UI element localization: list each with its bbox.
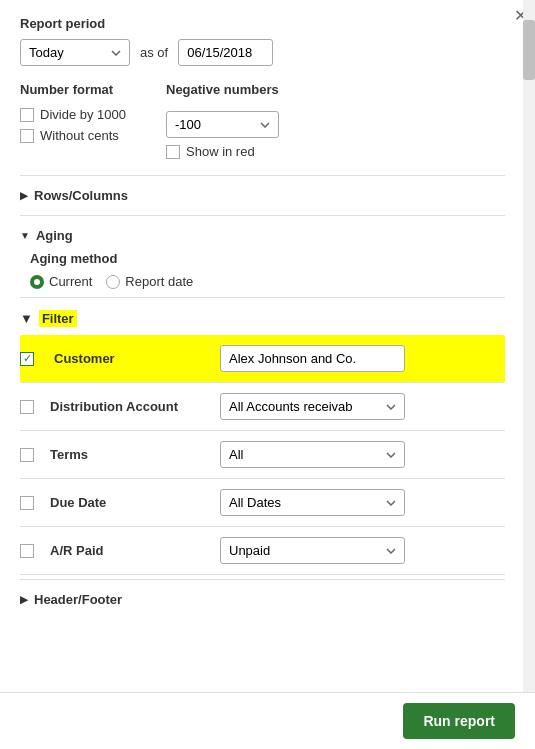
aging-label: Aging <box>36 228 73 243</box>
header-footer-header[interactable]: ▶ Header/Footer <box>20 584 505 615</box>
ar-paid-select[interactable]: Unpaid Paid All <box>220 537 405 564</box>
as-of-date-input[interactable] <box>178 39 273 66</box>
header-footer-arrow: ▶ <box>20 594 28 605</box>
current-radio[interactable] <box>30 275 44 289</box>
rows-columns-header[interactable]: ▶ Rows/Columns <box>20 180 505 211</box>
filter-label: Filter <box>39 310 77 327</box>
due-date-label: Due Date <box>50 495 220 510</box>
report-period-label: Report period <box>20 16 505 31</box>
distribution-account-checkbox[interactable] <box>20 400 34 414</box>
aging-header[interactable]: ▼ Aging <box>20 220 505 251</box>
terms-label: Terms <box>50 447 220 462</box>
negative-numbers-select[interactable]: -100 (100) 100- <box>166 111 279 138</box>
distribution-account-select[interactable]: All Accounts receivab <box>220 393 405 420</box>
scrollbar-thumb[interactable] <box>523 20 535 80</box>
ar-paid-label: A/R Paid <box>50 543 220 558</box>
rows-columns-arrow: ▶ <box>20 190 28 201</box>
without-cents-checkbox[interactable] <box>20 129 34 143</box>
aging-content: Aging method Current Report date <box>20 251 505 289</box>
aging-arrow: ▼ <box>20 230 30 241</box>
number-format-label: Number format <box>20 82 126 97</box>
negative-numbers-section: Negative numbers -100 (100) 100- Show in… <box>166 82 279 159</box>
negative-numbers-label: Negative numbers <box>166 82 279 97</box>
number-format-section: Number format Divide by 1000 Without cen… <box>20 82 126 159</box>
as-of-label: as of <box>140 45 168 60</box>
filter-row-distribution-account: Distribution Account All Accounts receiv… <box>20 383 505 431</box>
terms-checkbox[interactable] <box>20 448 34 462</box>
rows-columns-label: Rows/Columns <box>34 188 128 203</box>
header-footer-label: Header/Footer <box>34 592 122 607</box>
distribution-account-label: Distribution Account <box>50 399 220 414</box>
report-date-radio[interactable] <box>106 275 120 289</box>
customer-filter-select[interactable]: Alex Johnson and Co. All <box>220 345 405 372</box>
run-report-button[interactable]: Run report <box>403 703 515 739</box>
show-in-red-checkbox[interactable] <box>166 145 180 159</box>
show-in-red-label: Show in red <box>186 144 255 159</box>
filter-row-ar-paid: A/R Paid Unpaid Paid All <box>20 527 505 575</box>
report-date-label: Report date <box>125 274 193 289</box>
filter-row-due-date: Due Date All Dates Today This Week <box>20 479 505 527</box>
filter-header[interactable]: ▼ Filter <box>20 302 505 335</box>
customer-checkbox[interactable]: ✓ <box>20 352 34 366</box>
filter-row-terms: Terms All Net 30 Net 60 <box>20 431 505 479</box>
aging-current-option[interactable]: Current <box>30 274 92 289</box>
divide-by-1000-label: Divide by 1000 <box>40 107 126 122</box>
current-label: Current <box>49 274 92 289</box>
aging-method-label: Aging method <box>30 251 505 266</box>
filter-arrow: ▼ <box>20 311 33 326</box>
ar-paid-checkbox[interactable] <box>20 544 34 558</box>
without-cents-label: Without cents <box>40 128 119 143</box>
terms-select[interactable]: All Net 30 Net 60 <box>220 441 405 468</box>
footer: Run report <box>0 692 535 749</box>
report-period-section: Report period Today as of <box>20 16 505 66</box>
customer-filter-label: Customer <box>50 350 220 367</box>
due-date-select[interactable]: All Dates Today This Week <box>220 489 405 516</box>
due-date-checkbox[interactable] <box>20 496 34 510</box>
report-period-select[interactable]: Today <box>20 39 130 66</box>
scrollbar[interactable] <box>523 0 535 749</box>
filter-row-customer: ✓ Customer Alex Johnson and Co. All <box>20 335 505 383</box>
aging-report-date-option[interactable]: Report date <box>106 274 193 289</box>
divide-by-1000-checkbox[interactable] <box>20 108 34 122</box>
